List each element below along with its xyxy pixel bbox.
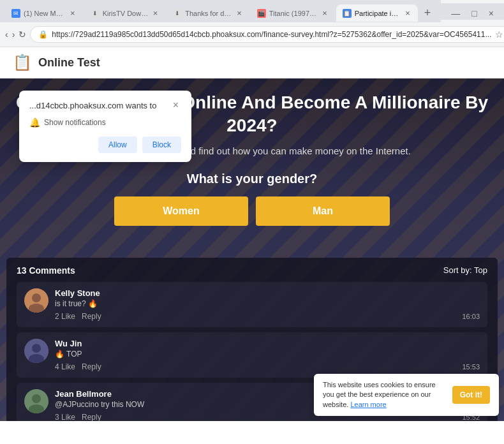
comment-body-wujin: Wu Jin 🔥 TOP 4 Like Reply 15:53	[55, 339, 480, 371]
tab-4-favicon: 🎬	[257, 9, 266, 18]
avatar-jean	[24, 389, 48, 413]
comment-time-kelly: 16:03	[462, 313, 480, 320]
tab-3-close[interactable]: ×	[235, 8, 243, 18]
cookie-learn-more-link[interactable]: Learn more	[350, 401, 386, 408]
comment-item: Wu Jin 🔥 TOP 4 Like Reply 15:53	[17, 332, 487, 378]
lock-icon: 🔒	[38, 30, 48, 39]
tab-1[interactable]: ✉ (1) New Message! ×	[5, 4, 83, 22]
like-reply-jean: 3 Like Reply	[55, 413, 101, 421]
tab-1-favicon: ✉	[11, 9, 20, 18]
svg-point-1	[32, 293, 41, 302]
avatar-kelly	[24, 288, 48, 313]
tab-1-title: (1) New Message!	[24, 10, 66, 17]
bookmark-icon[interactable]: ☆	[495, 29, 503, 40]
block-notifications-button[interactable]: Block	[142, 137, 181, 153]
tab-bar: ✉ (1) New Message! × ⬇ KirisTV Download.…	[0, 0, 504, 22]
tab-4-close[interactable]: ×	[321, 8, 329, 18]
allow-notifications-button[interactable]: Allow	[98, 137, 137, 153]
page-content: 📋 Online Test Got A Great Career Online …	[0, 47, 504, 421]
tab-2-favicon: ⬇	[91, 9, 100, 18]
reply-button-kelly[interactable]: Reply	[82, 312, 101, 321]
svg-point-4	[32, 344, 41, 353]
tab-3-title: Thanks for downlo...	[185, 10, 232, 17]
tab-2-title: KirisTV Download...	[103, 10, 149, 17]
comment-body-kelly: Kelly Stone is it true? 🔥 2 Like Reply 1…	[55, 288, 480, 321]
tab-5-title: Participate in Our ...	[355, 10, 401, 17]
url-text: https://729ad2119a985c0d13dd50d65d14cbcb…	[52, 30, 491, 39]
like-button-kelly[interactable]: 2 Like	[55, 312, 75, 321]
notification-title: ...d14cbcb.phoaksux.com wants to	[29, 101, 156, 110]
address-bar-row: ‹ › ↻ 🔒 https://729ad2119a985c0d13dd50d6…	[0, 22, 504, 47]
address-bar[interactable]: 🔒 https://729ad2119a985c0d13dd50d65d14cb…	[30, 26, 504, 43]
man-button[interactable]: Man	[256, 196, 390, 226]
comment-text-wujin: 🔥 TOP	[55, 350, 480, 359]
comment-actions-wujin: 4 Like Reply 15:53	[55, 362, 480, 371]
women-button[interactable]: Women	[114, 196, 248, 226]
tab-1-close[interactable]: ×	[69, 8, 77, 18]
svg-point-7	[32, 394, 41, 403]
close-window-button[interactable]: ×	[484, 7, 499, 20]
gender-question: What is your gender?	[13, 172, 491, 186]
comments-header: 13 Comments Sort by: Top	[17, 265, 487, 276]
notification-popup: ...d14cbcb.phoaksux.com wants to × 🔔 Sho…	[19, 91, 191, 162]
cookie-text: This website uses cookies to ensure you …	[323, 380, 446, 410]
notification-close-button[interactable]: ×	[170, 100, 181, 111]
like-button-wujin[interactable]: 4 Like	[55, 362, 75, 371]
header-icon: 📋	[13, 54, 32, 71]
commenter-name-wujin: Wu Jin	[55, 339, 480, 348]
back-button[interactable]: ‹	[5, 27, 8, 42]
show-notifications-label: Show notifications	[44, 118, 106, 127]
tab-4-title: Titanic (1997) YIFY...	[269, 10, 318, 17]
comment-text-kelly: is it true? 🔥	[55, 299, 480, 308]
comments-count: 13 Comments	[17, 265, 75, 276]
address-icons: ☆	[495, 29, 503, 40]
tab-2[interactable]: ⬇ KirisTV Download... ×	[84, 4, 166, 22]
commenter-name-kelly: Kelly Stone	[55, 288, 480, 298]
new-tab-button[interactable]: +	[419, 4, 436, 22]
reply-button-jean[interactable]: Reply	[82, 413, 101, 421]
tab-5[interactable]: 📋 Participate in Our ... ×	[336, 4, 418, 22]
bell-icon: 🔔	[29, 117, 40, 128]
tab-2-close[interactable]: ×	[152, 8, 159, 18]
maximize-button[interactable]: □	[466, 7, 482, 20]
browser-chrome: ✉ (1) New Message! × ⬇ KirisTV Download.…	[0, 0, 504, 47]
comment-item: Kelly Stone is it true? 🔥 2 Like Reply 1…	[17, 282, 487, 327]
minimize-button[interactable]: —	[446, 7, 465, 20]
forward-button[interactable]: ›	[12, 27, 15, 42]
reply-button-wujin[interactable]: Reply	[82, 362, 101, 371]
notification-action-buttons: Allow Block	[29, 137, 181, 153]
comment-actions-kelly: 2 Like Reply 16:03	[55, 312, 480, 321]
avatar-wujin	[24, 339, 48, 363]
like-button-jean[interactable]: 3 Like	[55, 413, 75, 421]
cookie-accept-button[interactable]: Got it!	[452, 386, 490, 404]
reload-button[interactable]: ↻	[19, 27, 26, 42]
notification-header: ...d14cbcb.phoaksux.com wants to ×	[29, 100, 181, 111]
tab-5-favicon: 📋	[343, 9, 352, 18]
tab-5-close[interactable]: ×	[404, 8, 411, 18]
cookie-banner: This website uses cookies to ensure you …	[314, 374, 499, 416]
like-reply-kelly: 2 Like Reply	[55, 312, 101, 321]
tab-3-favicon: ⬇	[173, 9, 182, 18]
like-reply-wujin: 4 Like Reply	[55, 362, 101, 371]
tab-4[interactable]: 🎬 Titanic (1997) YIFY... ×	[251, 4, 335, 22]
sort-label: Sort by: Top	[443, 265, 487, 275]
tab-3[interactable]: ⬇ Thanks for downlo... ×	[167, 4, 249, 22]
gender-buttons: Women Man	[13, 196, 491, 226]
comment-time-wujin: 15:53	[462, 363, 480, 371]
notification-bell-row: 🔔 Show notifications	[29, 117, 181, 128]
page-header: 📋 Online Test	[0, 47, 504, 78]
header-title: Online Test	[38, 56, 100, 70]
